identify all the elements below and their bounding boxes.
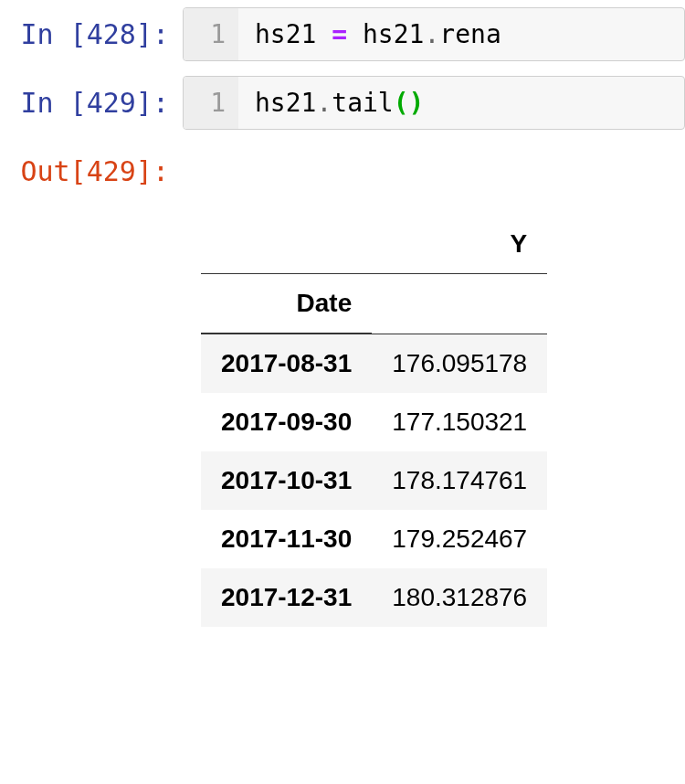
table-row: 2017-11-30 179.252467 xyxy=(201,510,547,568)
code-token-var: hs21 xyxy=(255,88,316,118)
code-token-paren: ) xyxy=(409,88,425,118)
code-token-dot: . xyxy=(424,19,439,49)
line-number: 1 xyxy=(184,77,238,129)
code-input-428[interactable]: 1 hs21 = hs21.rena xyxy=(183,7,685,61)
dataframe-head: Y Date xyxy=(201,215,547,334)
code-cell-428: In [428]: 1 hs21 = hs21.rena xyxy=(0,0,685,69)
blank-header xyxy=(372,274,547,334)
cell-y: 177.150321 xyxy=(372,393,547,451)
code-token-attr: rena xyxy=(439,19,501,49)
code-input-429[interactable]: 1 hs21.tail() xyxy=(183,76,685,130)
input-prompt-428: In [428]: xyxy=(0,7,183,50)
row-index: 2017-08-31 xyxy=(201,334,372,393)
table-header-row: Y xyxy=(201,215,547,274)
cell-y: 176.095178 xyxy=(372,334,547,393)
code-cell-429: In [429]: 1 hs21.tail() xyxy=(0,69,685,137)
code-line[interactable]: hs21.tail() xyxy=(238,77,684,129)
table-row: 2017-10-31 178.174761 xyxy=(201,451,547,510)
cell-y: 179.252467 xyxy=(372,510,547,568)
table-row: 2017-08-31 176.095178 xyxy=(201,334,547,393)
code-token-operator: = xyxy=(316,19,363,49)
code-line[interactable]: hs21 = hs21.rena xyxy=(238,8,684,60)
row-index: 2017-10-31 xyxy=(201,451,372,510)
output-cell-429: Out[429]: xyxy=(0,137,685,187)
row-index: 2017-12-31 xyxy=(201,568,372,627)
column-header-y: Y xyxy=(372,215,547,274)
output-prompt-429: Out[429]: xyxy=(0,144,183,187)
dataframe-table: Y Date 2017-08-31 176.095178 2017-09-30 … xyxy=(201,215,547,627)
code-token-dot: . xyxy=(316,88,332,118)
input-prompt-429: In [429]: xyxy=(0,76,183,119)
cell-y: 178.174761 xyxy=(372,451,547,510)
code-token-attr: tail xyxy=(332,88,393,118)
blank-header xyxy=(201,215,372,274)
row-index: 2017-11-30 xyxy=(201,510,372,568)
row-index: 2017-09-30 xyxy=(201,393,372,451)
code-token-paren: ( xyxy=(394,88,409,118)
dataframe-output: Y Date 2017-08-31 176.095178 2017-09-30 … xyxy=(0,187,685,634)
code-token-var: hs21 xyxy=(255,19,316,49)
code-token-var: hs21 xyxy=(363,19,424,49)
cell-y: 180.312876 xyxy=(372,568,547,627)
dataframe-body: 2017-08-31 176.095178 2017-09-30 177.150… xyxy=(201,334,547,627)
index-name-row: Date xyxy=(201,274,547,334)
dataframe-container: Y Date 2017-08-31 176.095178 2017-09-30 … xyxy=(183,187,685,627)
empty-prompt xyxy=(0,187,183,198)
table-row: 2017-09-30 177.150321 xyxy=(201,393,547,451)
table-row: 2017-12-31 180.312876 xyxy=(201,568,547,627)
output-area xyxy=(183,144,685,154)
line-number: 1 xyxy=(184,8,238,60)
index-name: Date xyxy=(201,274,372,334)
